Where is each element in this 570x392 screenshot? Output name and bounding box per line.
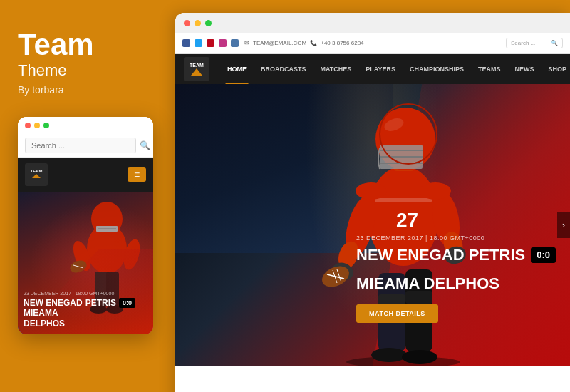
facebook-icon [182,39,190,47]
contact-phone: +40 3 8756 6284 [321,40,363,46]
mobile-match-line3: MIEAMA [24,308,147,318]
mobile-search-input[interactable] [25,138,136,153]
instagram-icon [219,39,227,47]
mobile-match-line2: PETRIS [86,298,116,308]
desktop-nav: TEAM HOME BROADCASTS MATCHES PLAYERS CHA… [175,54,570,84]
mobile-logo: TEAM [25,163,48,186]
svg-text:TEAM: TEAM [190,63,204,68]
hero-match-title-line1: NEW ENEGAD PETRIS 0:0 [356,246,556,264]
desktop-nav-items: HOME BROADCASTS MATCHES PLAYERS CHAMPION… [220,54,570,84]
match-details-button[interactable]: MATCH DETAILS [356,304,438,323]
browser-search-bar[interactable]: Search ... 🔍 [506,38,563,48]
nav-item-shop[interactable]: SHOP [542,54,570,84]
dot-yellow [34,123,40,128]
browser-contact-info: ✉ TEAM@EMAIL.COM 📞 +40 3 8756 6284 [244,40,364,46]
nav-item-broadcasts[interactable]: BROADCASTS [254,54,314,84]
desktop-dot-green [205,20,212,26]
hero-title-row1: NEW ENEGAD PETRIS 0:0 [356,246,556,272]
phone-icon: 📞 [310,40,317,46]
left-panel: Team Theme By torbara 🔍 TEAM [0,0,171,392]
mobile-nav: TEAM ≡ [18,158,153,192]
vk-icon [231,39,239,47]
svg-text:TEAM: TEAM [31,169,43,173]
browser-search-placeholder: Search ... [511,40,535,46]
hero-player-figure: 27 [293,88,521,366]
desktop-nav-logo: TEAM [184,57,209,81]
mobile-hamburger-icon[interactable]: ≡ [128,167,146,182]
mobile-hero-content: 23 DECEMBER 2017 | 18:00 GMT+0000 NEW EN… [24,291,147,329]
browser-social-icons [182,39,239,47]
nav-item-championships[interactable]: CHAMPIONSHIPS [403,54,471,84]
mobile-logo-text: TEAM [26,164,46,185]
email-icon: ✉ [244,40,249,46]
dot-green [43,123,49,128]
browser-search-icon: 🔍 [551,40,558,46]
mobile-hero: 23 DECEMBER 2017 | 18:00 GMT+0000 NEW EN… [18,192,153,334]
mobile-score-badge: 0:0 [119,298,135,309]
desktop-logo-svg: TEAM [184,58,209,81]
brand-by: By torbara [18,84,153,96]
pinterest-icon [207,39,214,47]
desktop-dot-yellow [195,20,201,26]
nav-item-players[interactable]: PLAYERS [358,54,403,84]
svg-point-38 [356,182,387,200]
desktop-dot-red [184,20,190,26]
dot-red [25,123,31,128]
svg-text:27: 27 [396,209,418,231]
contact-email: TEAM@EMAIL.COM [253,40,306,46]
brand-title: Team [18,29,153,61]
desktop-top-bar [175,13,570,33]
hero-date: 23 DECEMBER 2017 | 18:00 GMT+0000 [356,234,556,242]
desktop-preview: ✉ TEAM@EMAIL.COM 📞 +40 3 8756 6284 Searc… [175,13,570,392]
hero-content: 23 DECEMBER 2017 | 18:00 GMT+0000 NEW EN… [356,234,556,323]
twitter-icon [195,39,202,47]
mobile-top-bar [18,117,153,134]
nav-item-news[interactable]: NEWS [508,54,542,84]
mobile-search-bar: 🔍 [18,134,153,158]
svg-rect-26 [375,198,432,202]
desktop-hero: 27 [175,84,570,366]
desktop-score-badge: 0:0 [531,247,556,263]
mobile-match-line4: DELPHOS [24,319,147,329]
svg-point-39 [420,182,451,200]
nav-item-teams[interactable]: TEAMS [471,54,508,84]
brand-subtitle: Theme [18,61,153,80]
svg-point-23 [371,348,407,362]
hero-next-arrow[interactable]: › [557,212,570,238]
mobile-match-title: NEW ENEGAD PETRIS 0:0 [24,298,147,309]
mobile-search-icon: 🔍 [140,140,150,150]
mobile-match-line1: NEW ENEGAD [24,298,83,308]
mobile-hero-date: 23 DECEMBER 2017 | 18:00 GMT+0000 [24,291,147,296]
svg-point-24 [402,350,437,364]
nav-item-home[interactable]: HOME [220,54,254,84]
mobile-preview: 🔍 TEAM ≡ [18,117,153,334]
hero-match-title-line2: MIEAMA DELPHOS [356,274,556,293]
desktop-browser-bar: ✉ TEAM@EMAIL.COM 📞 +40 3 8756 6284 Searc… [175,33,570,54]
player-svg: 27 [293,88,521,366]
nav-item-matches[interactable]: MATCHES [314,54,359,84]
